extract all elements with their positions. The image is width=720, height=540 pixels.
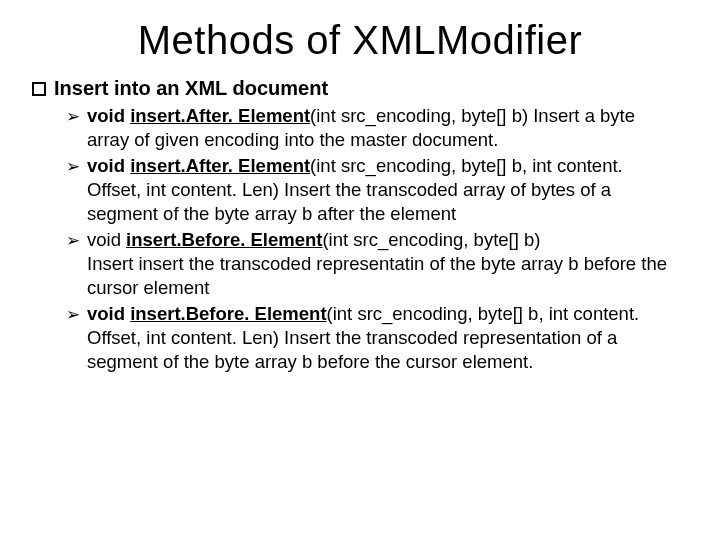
section-row: Insert into an XML document [32,77,692,100]
signature: (int src_encoding, byte[] b) [322,229,540,250]
list-item: ➢ void insert.After. Element(int src_enc… [66,104,692,152]
square-bullet-icon [32,82,46,96]
item-body: void insert.Before. Element(int src_enco… [87,228,667,300]
list-item: ➢ void insert.Before. Element(int src_en… [66,228,692,300]
item-list: ➢ void insert.After. Element(int src_enc… [66,104,692,374]
item-body: void insert.Before. Element(int src_enco… [87,302,667,374]
page-title: Methods of XMLModifier [28,18,692,63]
return-type: void [87,155,130,176]
return-type: void [87,303,130,324]
method-name: insert.Before. Element [126,229,322,250]
return-type: void [87,105,130,126]
slide: Methods of XMLModifier Insert into an XM… [0,0,720,540]
item-body: void insert.After. Element(int src_encod… [87,104,667,152]
method-name: insert.After. Element [130,155,310,176]
description: Insert insert the transcoded representat… [87,253,667,298]
section-label: Insert into an XML document [54,77,328,100]
method-name: insert.After. Element [130,105,310,126]
item-body: void insert.After. Element(int src_encod… [87,154,667,226]
arrow-icon: ➢ [66,155,80,179]
list-item: ➢ void insert.Before. Element(int src_en… [66,302,692,374]
method-name: insert.Before. Element [130,303,326,324]
arrow-icon: ➢ [66,105,80,129]
return-type: void [87,229,126,250]
list-item: ➢ void insert.After. Element(int src_enc… [66,154,692,226]
arrow-icon: ➢ [66,303,80,327]
signature: (int src_encoding, byte[] b) [310,105,528,126]
arrow-icon: ➢ [66,229,80,253]
